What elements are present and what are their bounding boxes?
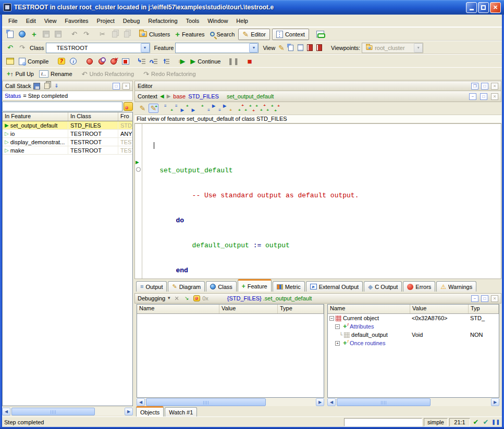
feature-combo-dropdown[interactable]: ▼ <box>249 43 258 53</box>
menu-file[interactable]: File <box>4 16 22 26</box>
object-row-current[interactable]: −Current object <0x32A8760> STD_ <box>328 314 499 322</box>
editor-restore-button[interactable]: ❐ <box>471 83 478 90</box>
crumb-base[interactable]: base <box>173 93 186 99</box>
error-info-icon[interactable]: ? <box>56 56 67 67</box>
editor-toggle-button[interactable]: ✎ Editor <box>238 29 269 40</box>
remove-object-icon[interactable]: ✕ <box>173 295 181 302</box>
compile-button[interactable]: Compile <box>16 56 51 67</box>
feature-combo[interactable]: ▼ <box>175 43 259 53</box>
set-stack-depth-icon[interactable]: ⇓ <box>53 82 61 90</box>
assigners-icon[interactable]: ≡▶ <box>175 104 185 113</box>
menu-debug[interactable]: Debug <box>119 16 144 26</box>
scroll-left-button[interactable]: ◀ <box>327 398 336 406</box>
save-all-icon[interactable] <box>53 29 64 40</box>
object-row-attribute[interactable]: └default_output Void NON <box>328 331 499 339</box>
col-value[interactable]: Value <box>219 305 278 313</box>
menu-window[interactable]: Window <box>203 16 232 26</box>
ancestors-icon[interactable]: +++ <box>238 104 248 113</box>
maximize-button[interactable] <box>478 2 489 13</box>
tab-watch-1[interactable]: Watch #1 <box>165 407 197 417</box>
menu-edit[interactable]: Edit <box>22 16 40 26</box>
debugging-close-button[interactable]: ✕ <box>491 295 498 302</box>
cut-icon[interactable]: ✂ <box>97 29 108 40</box>
debugging-minimize-button[interactable]: − <box>471 295 478 302</box>
rename-button[interactable]: I... Rename <box>36 68 75 80</box>
tab-diagram[interactable]: ✎Diagram <box>168 281 205 292</box>
crumb-feature[interactable]: set_output_default <box>227 93 274 99</box>
col-type[interactable]: Type <box>278 305 324 313</box>
tab-objects[interactable]: Objects <box>136 406 164 417</box>
scroll-thumb[interactable] <box>146 398 266 406</box>
tab-external-output[interactable]: ▶External Output <box>306 281 363 292</box>
project-settings-icon[interactable] <box>5 56 16 67</box>
collapse-toggle[interactable]: − <box>335 324 340 329</box>
info-icon[interactable]: i <box>68 56 79 67</box>
tab-output[interactable]: ≡Output <box>136 281 167 292</box>
scroll-right-button[interactable]: ▶ <box>125 408 133 415</box>
homonyms-icon[interactable]: +++ <box>260 104 269 113</box>
new-feature-view-icon[interactable]: ✎+ <box>149 104 158 113</box>
undo-icon[interactable]: ↶ <box>69 29 80 40</box>
scroll-left-button[interactable]: ◀ <box>2 408 10 415</box>
menu-project[interactable]: Project <box>93 16 119 26</box>
menu-view[interactable]: View <box>40 16 61 26</box>
debugging-maximize-button[interactable]: □ <box>481 295 488 302</box>
menu-help[interactable]: Help <box>232 16 252 26</box>
callstack-row[interactable]: ▷display_demonstrat... TESTROOT TEST <box>3 138 132 146</box>
clusters-button[interactable]: Clusters <box>137 29 173 40</box>
callstack-close-button[interactable]: ✕ <box>122 83 130 90</box>
redo-refactoring-button[interactable]: ↷ Redo Refactoring <box>141 68 199 80</box>
view-editable-icon[interactable]: ✎ <box>277 44 286 52</box>
new-document-icon[interactable] <box>5 29 16 40</box>
scroll-thumb[interactable] <box>11 408 95 415</box>
watch-hscrollbar[interactable]: ◀ ▶ <box>137 398 324 406</box>
add-icon[interactable]: + <box>29 29 40 40</box>
col-name[interactable]: Name <box>328 305 410 313</box>
creation-icon[interactable]: ▶+ <box>223 104 232 113</box>
breakpoint-slot-icon[interactable] <box>136 167 141 172</box>
debugging-dropdown-icon[interactable]: ▼ <box>167 296 171 300</box>
object-row-attributes[interactable]: −+Attributes <box>328 322 499 331</box>
menu-refactoring[interactable]: Refactoring <box>144 16 181 26</box>
save-icon[interactable] <box>41 29 52 40</box>
collapse-toggle[interactable]: − <box>329 316 334 321</box>
step-out-icon[interactable] <box>160 56 171 67</box>
class-combo[interactable]: TESTROOT ▼ <box>46 43 150 53</box>
history-forward-icon[interactable]: ▶ <box>167 94 171 99</box>
code-editor[interactable]: ▶ set_output_default -- Use standard out… <box>134 123 501 279</box>
expression-bubble-icon[interactable] <box>192 295 201 302</box>
paste-icon[interactable] <box>121 29 132 40</box>
breakpoints-tool-icon[interactable] <box>120 56 131 67</box>
callstack-row[interactable]: ▷io TESTROOT ANY <box>3 130 132 138</box>
hex-toggle[interactable]: 0x <box>202 295 208 301</box>
col-in-class[interactable]: In Class <box>68 112 118 121</box>
callstack-row-current[interactable]: ▶set_output_default STD_FILES STD_ <box>3 121 132 130</box>
tab-warnings[interactable]: ⚠Warnings <box>436 281 476 292</box>
tab-class[interactable]: Class <box>206 281 237 292</box>
tab-metric[interactable]: Metric <box>273 281 305 292</box>
context-maximize-button[interactable]: □ <box>480 93 487 100</box>
context-minimize-button[interactable]: − <box>469 93 476 100</box>
step-over-icon[interactable] <box>148 56 159 67</box>
menu-tools[interactable]: Tools <box>182 16 204 26</box>
save-callstack-icon[interactable] <box>33 82 41 90</box>
col-value[interactable]: Value <box>410 305 469 313</box>
editor-maximize-button[interactable]: □ <box>481 83 488 90</box>
undo-refactoring-button[interactable]: ↶ Undo Refactoring <box>79 68 137 80</box>
scroll-left-button[interactable]: ◀ <box>137 398 145 406</box>
enable-breakpoints-icon[interactable] <box>84 56 95 67</box>
scroll-thumb[interactable] <box>337 398 431 406</box>
open-shell-icon[interactable] <box>17 29 28 40</box>
callstack-maximize-button[interactable]: □ <box>113 83 120 90</box>
expand-toggle[interactable]: + <box>335 341 340 346</box>
context-toggle-button[interactable]: Context <box>272 29 309 40</box>
tab-feature[interactable]: +Feature <box>238 279 272 292</box>
col-from[interactable]: Fro <box>118 112 132 121</box>
callstack-filter-input[interactable] <box>2 102 122 111</box>
copy-icon[interactable] <box>109 29 120 40</box>
close-button[interactable]: ✕ <box>490 2 501 13</box>
view-contract-icon[interactable] <box>305 44 314 52</box>
callstack-row[interactable]: ▷make TESTROOT TEST <box>3 146 132 155</box>
continue-button[interactable]: ▶ Continue <box>188 56 223 67</box>
crumb-class[interactable]: STD_FILES <box>188 93 219 99</box>
